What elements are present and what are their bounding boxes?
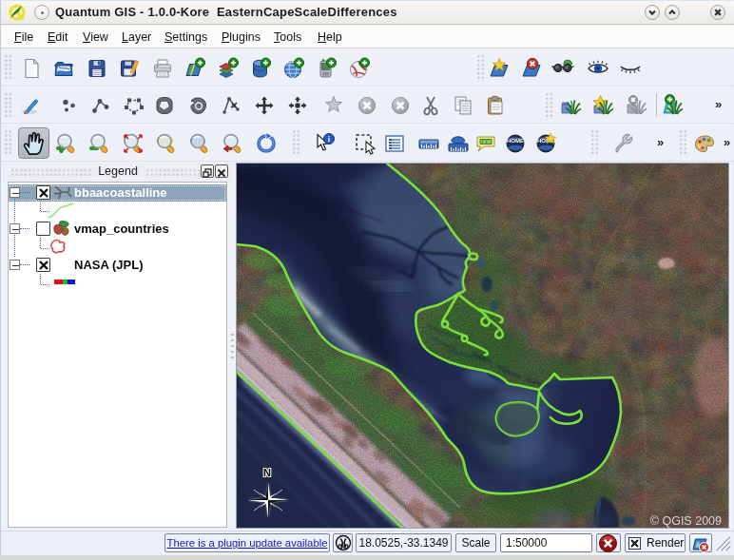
svg-text:N: N <box>263 467 271 478</box>
svg-text:HOME: HOME <box>507 138 524 144</box>
svg-text:© QGIS 2009: © QGIS 2009 <box>650 514 722 528</box>
